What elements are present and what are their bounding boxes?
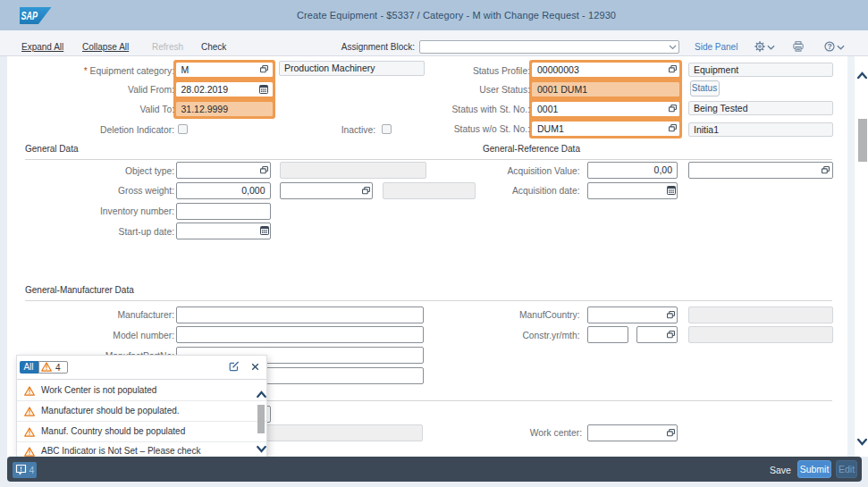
svg-text:SAP: SAP <box>21 10 38 22</box>
svg-text:?: ? <box>827 42 831 51</box>
